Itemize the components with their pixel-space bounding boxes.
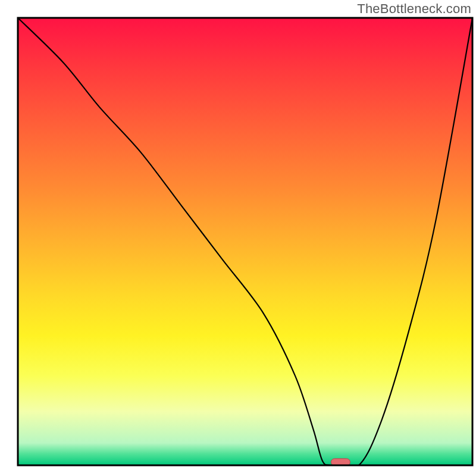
plot-area <box>18 18 472 469</box>
gradient-background <box>18 18 472 465</box>
watermark-label: TheBottleneck.com <box>357 1 471 17</box>
bottleneck-chart <box>0 0 476 476</box>
chart-container: TheBottleneck.com <box>0 0 476 476</box>
